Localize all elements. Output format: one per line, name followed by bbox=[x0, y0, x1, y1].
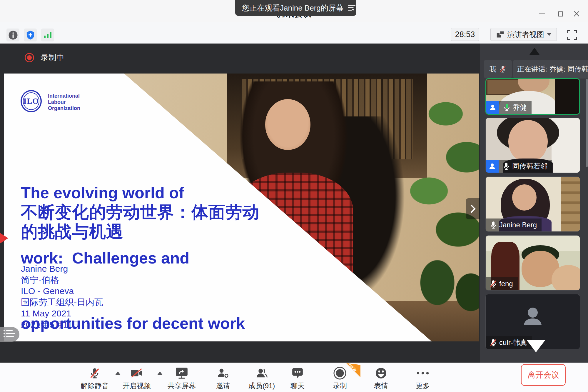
viewing-banner-text: 您正在观看Janine Berg的屏幕 bbox=[242, 3, 344, 13]
network-status-button[interactable] bbox=[41, 29, 54, 41]
unmute-button[interactable]: 解除静音 bbox=[76, 366, 114, 391]
info-icon bbox=[8, 30, 18, 40]
video-options-caret[interactable] bbox=[157, 371, 163, 375]
viewing-screen-banner: 您正在观看Janine Berg的屏幕 bbox=[235, 0, 356, 16]
participant-tile-feng[interactable]: feng bbox=[485, 235, 580, 291]
mic-on-icon bbox=[489, 221, 497, 229]
mic-muted-icon bbox=[499, 65, 507, 73]
banner-menu-icon[interactable] bbox=[348, 5, 352, 11]
chat-icon bbox=[292, 368, 303, 379]
participant-name: Janine Berg bbox=[499, 221, 537, 229]
chat-button[interactable]: 聊天 bbox=[278, 366, 317, 391]
ilo-logo: ILO bbox=[21, 90, 42, 112]
ilo-logo-text: ILO bbox=[24, 97, 39, 106]
mic-active-icon bbox=[503, 103, 511, 111]
members-button[interactable]: 成员(91) bbox=[238, 366, 285, 391]
invite-button[interactable]: 邀请 bbox=[204, 366, 242, 391]
recording-indicator: 录制中 bbox=[25, 52, 64, 63]
participant-label: 同传韩若邻 bbox=[486, 160, 552, 173]
record-icon bbox=[333, 366, 347, 380]
author-org-zh: 国际劳工组织-日内瓦 bbox=[21, 297, 103, 308]
author-name-zh: 简宁·伯格 bbox=[21, 274, 103, 286]
me-label: 我 bbox=[490, 64, 497, 74]
participant-tile-interpreter[interactable]: 同传韩若邻 bbox=[485, 118, 580, 173]
bottom-toolbar: 解除静音 开启视频 共享屏幕 邀请 成员(91) 聊天 录制 NEW 表情 更多… bbox=[0, 363, 588, 392]
more-dots-icon bbox=[416, 372, 429, 375]
mic-muted-icon bbox=[489, 280, 497, 288]
participant-name: culr-韩真 bbox=[499, 338, 527, 347]
slide-author-block: Janine Berg 简宁·伯格 ILO - Geneva 国际劳工组织-日内… bbox=[21, 263, 103, 330]
slide-date-zh: 2021年5月11日 bbox=[21, 319, 103, 330]
participant-label: culr-韩真 bbox=[486, 336, 532, 349]
participant-name: 乔健 bbox=[513, 103, 527, 112]
participant-name: 同传韩若邻 bbox=[512, 161, 547, 171]
scroll-down-arrow-icon[interactable] bbox=[527, 340, 545, 352]
participant-label: 乔健 bbox=[486, 101, 532, 114]
emoji-button[interactable]: 表情 bbox=[362, 366, 400, 391]
window-title-bar: 腾讯会议 您正在观看Janine Berg的屏幕 bbox=[0, 0, 588, 22]
camera-off-icon bbox=[131, 368, 143, 378]
person-icon bbox=[489, 104, 497, 111]
annotation-list-handle[interactable] bbox=[0, 327, 19, 342]
meeting-timer: 28:53 bbox=[451, 28, 479, 41]
mic-on-icon bbox=[502, 162, 510, 170]
members-icon bbox=[255, 368, 268, 378]
participant-name: feng bbox=[499, 280, 513, 288]
share-screen-button[interactable]: 共享屏幕 bbox=[163, 366, 201, 391]
scroll-up-arrow-icon[interactable] bbox=[529, 48, 539, 55]
mic-muted-icon bbox=[489, 338, 497, 347]
avatar-icon bbox=[520, 304, 545, 328]
my-status-box: 我 bbox=[484, 60, 512, 79]
meeting-info-button[interactable] bbox=[6, 29, 19, 41]
participant-label: feng bbox=[486, 277, 518, 290]
chevron-right-icon bbox=[469, 203, 476, 214]
sidebar-scrollbar[interactable] bbox=[586, 79, 588, 167]
shared-screen-slide: ILO International Labour Organization Th… bbox=[4, 74, 479, 341]
member-badge-icon bbox=[486, 160, 499, 173]
security-shield-icon bbox=[26, 30, 35, 40]
sidebar-collapse-chevron[interactable] bbox=[466, 198, 480, 219]
participant-tile-janine-berg[interactable]: Janine Berg bbox=[485, 176, 580, 232]
start-video-button[interactable]: 开启视频 bbox=[118, 366, 156, 391]
chevron-down-icon bbox=[547, 33, 552, 36]
meeting-toolbar: 28:53 演讲者视图 bbox=[0, 22, 588, 44]
leave-meeting-button[interactable]: 离开会议 bbox=[521, 364, 566, 386]
author-name: Janine Berg bbox=[21, 263, 103, 274]
member-badge-icon bbox=[486, 101, 499, 114]
view-mode-label: 演讲者视图 bbox=[507, 30, 544, 39]
participant-tile-qiaojian[interactable]: 乔健 bbox=[485, 78, 580, 115]
recording-label: 录制中 bbox=[41, 52, 64, 63]
participant-label: Janine Berg bbox=[486, 218, 542, 231]
fullscreen-icon bbox=[566, 29, 578, 41]
speaking-status: 正在讲话: 乔健; 同传韩若邻 bbox=[513, 60, 588, 79]
more-button[interactable]: 更多 bbox=[404, 366, 442, 391]
security-button[interactable] bbox=[24, 29, 37, 41]
author-org: ILO - Geneva bbox=[21, 286, 103, 297]
emoji-icon bbox=[375, 367, 387, 379]
mic-muted-icon bbox=[89, 367, 101, 379]
recording-dot-icon bbox=[25, 53, 34, 62]
fullscreen-button[interactable] bbox=[566, 29, 579, 41]
network-signal-icon bbox=[43, 31, 52, 39]
red-pointer-icon bbox=[0, 233, 8, 243]
invite-icon bbox=[217, 368, 229, 378]
participants-sidebar: 我 正在讲话: 乔健; 同传韩若邻 乔健 bbox=[480, 44, 588, 363]
share-screen-icon bbox=[176, 367, 188, 379]
ilo-org-name: International Labour Organization bbox=[48, 93, 80, 111]
view-mode-selector[interactable]: 演讲者视图 bbox=[490, 28, 557, 41]
slide-title-chinese: 不断变化的劳动世界：体面劳动 的挑战与机遇 bbox=[21, 202, 260, 241]
slide-date: 11 May 2021 bbox=[21, 308, 103, 319]
speaker-view-layout-icon bbox=[496, 30, 505, 39]
person-icon bbox=[488, 162, 496, 170]
